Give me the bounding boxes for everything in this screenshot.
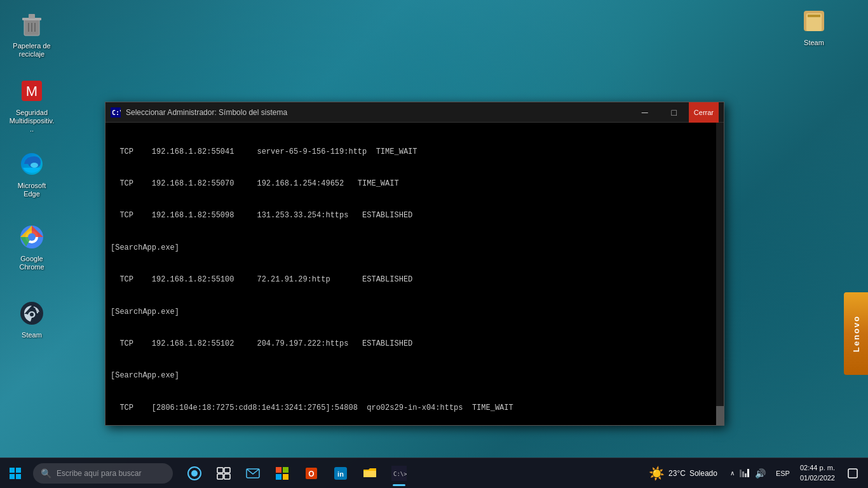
minimize-button[interactable]: ─ xyxy=(630,102,660,123)
taskbar-linkedin[interactable]: in xyxy=(327,459,355,487)
cmd-line-7: TCP 192.168.1.82:55102 204.79.197.222:ht… xyxy=(111,339,719,349)
weather-temp: 23°C xyxy=(668,469,686,478)
svg-rect-33 xyxy=(276,474,281,480)
seguridad-icon: M xyxy=(17,76,47,106)
seguridad-label: Seguridad Multidispositiv... xyxy=(9,109,55,134)
svg-point-12 xyxy=(28,233,36,241)
taskbar-store[interactable] xyxy=(268,459,296,487)
cmd-line-8: [SearchApp.exe] xyxy=(111,370,719,381)
cmd-scrollbar[interactable] xyxy=(716,123,724,425)
svg-point-25 xyxy=(191,470,198,477)
taskbar-office[interactable]: O xyxy=(297,459,325,487)
desktop: Papelera de reciclaje M Seguridad Multid… xyxy=(0,0,868,488)
desktop-icon-steam[interactable]: Steam xyxy=(6,295,57,342)
cmd-scrollbar-thumb[interactable] xyxy=(716,406,724,425)
svg-text:O: O xyxy=(308,470,314,478)
edge-icon xyxy=(17,149,47,179)
volume-icon[interactable]: 🔊 xyxy=(755,468,766,478)
svg-text:C:\>: C:\> xyxy=(393,471,407,477)
caret-icon[interactable]: ∧ xyxy=(730,470,735,477)
cmd-line-2: TCP 192.168.1.82:55070 192.168.1.254:496… xyxy=(111,179,719,189)
desktop-icon-edge[interactable]: Microsoft Edge xyxy=(6,146,57,201)
svg-point-14 xyxy=(30,313,34,316)
steam-topright-label: Steam xyxy=(804,39,824,47)
cmd-content[interactable]: TCP 192.168.1.82:55041 server-65-9-156-1… xyxy=(105,123,724,425)
svg-rect-41 xyxy=(740,470,742,477)
desktop-icon-chrome[interactable]: Google Chrome xyxy=(6,219,57,274)
edge-label: Microsoft Edge xyxy=(9,182,55,198)
svg-rect-29 xyxy=(224,474,230,479)
close-button[interactable]: Cerrar xyxy=(689,102,719,123)
cmd-line-6: [SearchApp.exe] xyxy=(111,307,719,318)
cmd-window: C:\ Seleccionar Administrador: Símbolo d… xyxy=(105,102,724,426)
taskbar-search[interactable]: 🔍 Escribe aquí para buscar xyxy=(33,463,173,484)
cmd-line-5: TCP 192.168.1.82:55100 72.21.91.29:http … xyxy=(111,274,719,285)
network-icon[interactable] xyxy=(740,467,750,479)
taskbar-task-view[interactable] xyxy=(210,459,238,487)
cmd-titlebar: C:\ Seleccionar Administrador: Símbolo d… xyxy=(105,102,724,123)
desktop-icon-seguridad[interactable]: M Seguridad Multidispositiv... xyxy=(6,73,57,137)
cmd-title-icon: C:\ xyxy=(111,107,121,118)
svg-rect-17 xyxy=(808,15,820,17)
taskbar-clock[interactable]: 02:44 p. m. 01/02/2022 xyxy=(795,463,840,483)
cmd-title-text: Seleccionar Administrador: Símbolo del s… xyxy=(126,108,630,117)
chrome-label: Google Chrome xyxy=(9,255,55,271)
cmd-line-9: TCP [2806:104e:18:7275:cdd8:1e41:3241:27… xyxy=(111,403,719,414)
svg-rect-45 xyxy=(848,469,857,478)
svg-rect-22 xyxy=(10,474,15,479)
cmd-controls: ─ □ Cerrar xyxy=(630,102,719,123)
svg-text:M: M xyxy=(26,83,37,99)
taskbar-mail[interactable] xyxy=(239,459,267,487)
lenovo-sidebar[interactable]: Lenovo xyxy=(844,292,868,375)
svg-text:C:\: C:\ xyxy=(112,109,121,116)
weather-widget[interactable]: ☀️ 23°C Soleado xyxy=(644,466,722,481)
notification-button[interactable] xyxy=(843,458,863,489)
taskbar: 🔍 Escribe aquí para buscar xyxy=(0,458,868,488)
svg-rect-44 xyxy=(747,469,749,477)
cmd-line-3: TCP 192.168.1.82:55098 131.253.33.254:ht… xyxy=(111,210,719,221)
desktop-icon-recycle-bin[interactable]: Papelera de reciclaje xyxy=(6,6,57,61)
cmd-line-1: TCP 192.168.1.82:55041 server-65-9-156-1… xyxy=(111,147,719,158)
cmd-line-4: [SearchApp.exe] xyxy=(111,243,719,254)
svg-rect-27 xyxy=(224,468,230,473)
desktop-icon-steam-topright[interactable]: Steam xyxy=(789,3,839,50)
steam-topright-icon xyxy=(799,6,829,36)
clock-date: 01/02/2022 xyxy=(800,473,835,483)
start-button[interactable] xyxy=(0,458,31,489)
taskbar-cortana[interactable] xyxy=(180,459,208,487)
taskbar-apps: O in C:\> xyxy=(180,459,413,487)
weather-icon: ☀️ xyxy=(649,466,665,481)
svg-rect-26 xyxy=(217,468,223,473)
maximize-button[interactable]: □ xyxy=(660,102,689,123)
taskbar-right: ☀️ 23°C Soleado ∧ 🔊 ESP xyxy=(644,458,868,489)
svg-rect-21 xyxy=(16,468,21,473)
svg-rect-31 xyxy=(276,467,281,473)
svg-rect-28 xyxy=(217,474,223,479)
svg-rect-32 xyxy=(283,467,288,473)
svg-rect-2 xyxy=(29,14,35,18)
steam-label: Steam xyxy=(22,331,42,339)
svg-point-9 xyxy=(31,163,38,168)
chrome-icon xyxy=(17,222,47,252)
steam-desktop-icon xyxy=(17,298,47,329)
svg-rect-42 xyxy=(742,471,744,477)
lenovo-text: Lenovo xyxy=(851,315,861,352)
svg-rect-20 xyxy=(10,468,15,473)
recycle-bin-icon xyxy=(17,9,47,39)
svg-text:in: in xyxy=(337,470,344,478)
taskbar-system-icons: ∧ 🔊 xyxy=(725,467,771,479)
taskbar-cmd[interactable]: C:\> xyxy=(385,459,413,487)
svg-rect-23 xyxy=(16,474,21,479)
clock-time: 02:44 p. m. xyxy=(800,463,835,473)
taskbar-explorer[interactable] xyxy=(356,459,384,487)
search-placeholder: Escribe aquí para buscar xyxy=(57,469,141,478)
recycle-bin-label: Papelera de reciclaje xyxy=(9,42,55,58)
weather-condition: Soleado xyxy=(689,469,717,478)
svg-rect-34 xyxy=(283,474,288,480)
svg-rect-43 xyxy=(745,473,747,477)
taskbar-lang[interactable]: ESP xyxy=(773,470,792,477)
search-icon: 🔍 xyxy=(41,468,51,478)
